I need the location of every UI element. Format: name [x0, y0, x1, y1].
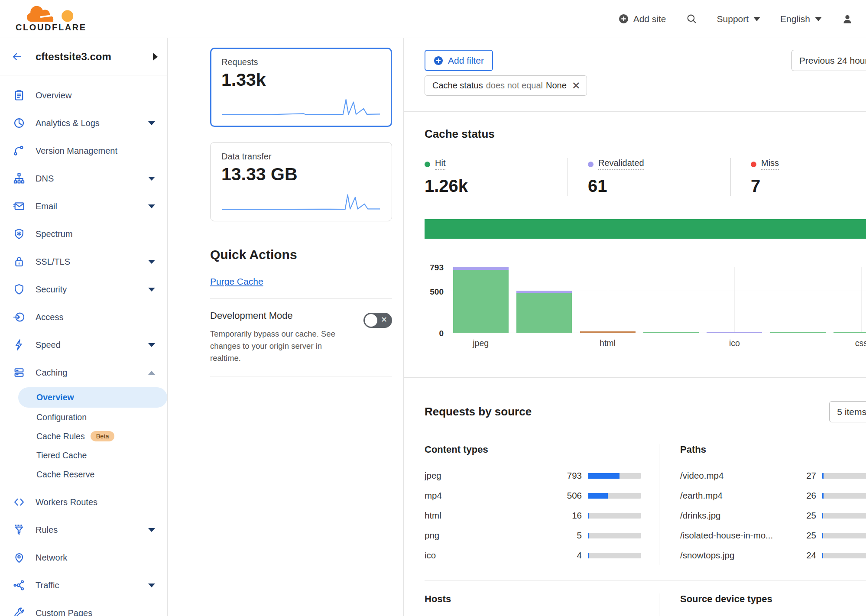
sidebar-item-speed[interactable]: Speed — [0, 331, 167, 359]
remove-filter-icon[interactable]: ✕ — [572, 81, 581, 91]
sidebar-item-label: Rules — [36, 525, 148, 535]
stat-label[interactable]: Hit — [435, 158, 445, 170]
sidebar-item-label: DNS — [36, 174, 148, 184]
time-range-dropdown[interactable]: Previous 24 hours — [791, 50, 866, 71]
bar-segment-green — [834, 332, 866, 333]
table-row: ico4 — [425, 545, 641, 565]
sidebar-item-spectrum[interactable]: Spectrum — [0, 220, 167, 248]
metric-card-data-transfer[interactable]: Data transfer13.33 GB — [210, 142, 392, 221]
support-label: Support — [717, 14, 749, 24]
table-heading: Content types — [425, 444, 641, 455]
cloudflare-logo[interactable]: CLOUDFLARE — [16, 5, 87, 32]
sidebar-item-overview[interactable]: Overview — [0, 81, 167, 109]
add-site-button[interactable]: Add site — [619, 14, 666, 24]
filter-operator: does not equal — [486, 81, 543, 91]
x-tick-label: jpeg — [473, 338, 489, 348]
sidebar-item-security[interactable]: Security — [0, 276, 167, 303]
table-row: /snowtops.jpg24 — [680, 545, 866, 565]
row-bar-track — [588, 533, 641, 538]
metric-label: Data transfer — [221, 152, 381, 162]
sidebar-subitem-label: Configuration — [36, 412, 87, 422]
gridline — [734, 267, 735, 333]
legend-dot-icon — [751, 162, 756, 167]
sidebar-item-label: Caching — [36, 368, 148, 378]
legend-dot-icon — [588, 162, 594, 167]
code-icon — [13, 496, 25, 508]
items-count-dropdown[interactable]: 5 items — [829, 401, 866, 422]
sparkline-chart — [221, 96, 381, 119]
metric-card-requests[interactable]: Requests1.33k — [210, 48, 392, 127]
table-row: png5 — [425, 525, 641, 545]
support-menu[interactable]: Support — [717, 14, 761, 24]
row-bar-track — [822, 493, 866, 499]
sidebar-item-label: Overview — [36, 91, 155, 101]
sidebar-item-email[interactable]: Email — [0, 192, 167, 220]
sidebar-item-custom-pages[interactable]: Custom Pages — [0, 599, 167, 616]
search-icon[interactable] — [686, 13, 697, 24]
row-bar-track — [588, 513, 641, 519]
purge-cache-link[interactable]: Purge Cache — [210, 276, 263, 287]
row-bar-fill — [822, 513, 823, 519]
row-bar-fill — [588, 493, 608, 499]
metric-label: Requests — [221, 57, 381, 67]
row-bar-fill — [588, 533, 589, 538]
sidebar-item-traffic[interactable]: Traffic — [0, 571, 167, 599]
back-arrow-icon[interactable] — [11, 52, 23, 62]
pie-chart-icon — [13, 117, 25, 129]
sidebar-item-workers-routes[interactable]: Workers Routes — [0, 488, 167, 516]
chevron-down-icon — [148, 288, 155, 292]
sidebar-subitem-tiered-cache[interactable]: Tiered Cache — [0, 446, 167, 465]
chevron-down-icon — [815, 17, 822, 21]
stat-label[interactable]: Revalidated — [598, 158, 644, 170]
chart-plot-area — [450, 267, 866, 333]
add-filter-button[interactable]: Add filter — [425, 50, 493, 71]
bar-segment-orange — [580, 331, 636, 333]
stat-value: 1.26k — [425, 176, 568, 196]
row-bar-track — [822, 473, 866, 479]
stat-value: 61 — [588, 176, 730, 196]
cache-stat-hit: Hit1.26k — [425, 158, 568, 196]
sidebar-subitem-configuration[interactable]: Configuration — [0, 408, 167, 427]
x-tick-label: html — [600, 338, 616, 348]
sidebar-item-version-management[interactable]: Version Management — [0, 137, 167, 165]
language-menu[interactable]: English — [780, 14, 822, 24]
row-value: 25 — [785, 510, 816, 521]
row-value: 506 — [551, 490, 582, 501]
row-value: 16 — [551, 510, 582, 521]
chevron-down-icon — [753, 17, 760, 21]
sidebar-item-network[interactable]: Network — [0, 544, 167, 571]
sidebar-item-access[interactable]: Access — [0, 303, 167, 331]
cloudflare-wordmark: CLOUDFLARE — [16, 23, 87, 32]
chart-bar-jpeg — [453, 267, 509, 333]
user-account-icon[interactable] — [842, 13, 853, 25]
chevron-down-icon — [148, 260, 155, 264]
filter-chip[interactable]: Cache status does not equal None ✕ — [425, 75, 587, 96]
sidebar-subitem-cache-rules[interactable]: Cache RulesBeta — [0, 427, 167, 446]
sidebar-item-dns[interactable]: DNS — [0, 165, 167, 192]
cache-status-chart: 0500793 jpeghtmlicocss — [425, 267, 866, 377]
gridline — [450, 291, 866, 291]
sidebar-item-caching[interactable]: Caching — [0, 359, 167, 386]
pin-icon — [13, 551, 25, 564]
table-source-device-types: Source device typesDesktop1.33k — [659, 593, 866, 616]
expand-site-menu-icon[interactable] — [153, 53, 158, 61]
row-bar-track — [822, 533, 866, 538]
requests-by-source-title: Requests by source — [425, 405, 532, 418]
sidebar-item-label: Network — [36, 553, 155, 563]
sidebar-item-rules[interactable]: Rules — [0, 516, 167, 544]
table-row: /drinks.jpg25 — [680, 506, 866, 525]
sidebar: cftestsite3.com OverviewAnalytics & Logs… — [0, 38, 168, 616]
chart-bar-slot-5 — [770, 332, 826, 333]
sidebar-subitem-cache-reserve[interactable]: Cache Reserve — [0, 465, 167, 484]
sidebar-subitem-overview[interactable]: Overview — [18, 387, 167, 408]
sidebar-item-analytics-logs[interactable]: Analytics & Logs — [0, 109, 167, 137]
chevron-down-icon — [148, 528, 155, 532]
spectrum-shield-icon — [13, 228, 25, 240]
development-mode-toggle[interactable]: ✕ — [363, 313, 392, 328]
sidebar-item-ssl-tls[interactable]: SSL/TLS — [0, 248, 167, 276]
row-label: /snowtops.jpg — [680, 550, 785, 561]
stat-label[interactable]: Miss — [761, 158, 779, 170]
table-row: jpeg793 — [425, 466, 641, 486]
requests-by-source-section: Requests by source 5 items Content types… — [404, 378, 866, 616]
table-heading: Hosts — [425, 593, 641, 605]
